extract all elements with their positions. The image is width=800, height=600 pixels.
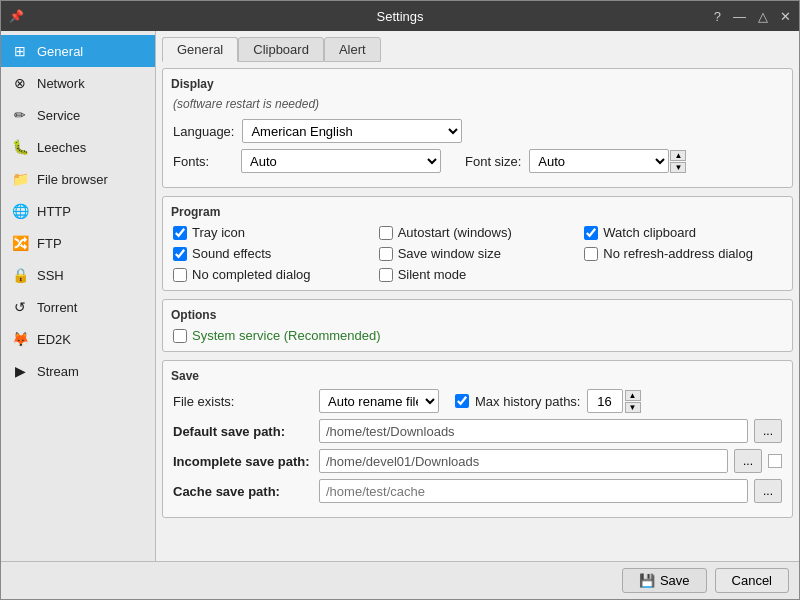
no-refresh-address-label: No refresh-address dialog	[603, 246, 753, 261]
font-size-up[interactable]: ▲	[670, 150, 686, 161]
max-history-label: Max history paths:	[475, 394, 581, 409]
minimize-button[interactable]: —	[733, 9, 746, 24]
no-refresh-address-checkbox[interactable]: No refresh-address dialog	[584, 246, 782, 261]
max-history-down[interactable]: ▼	[625, 402, 641, 413]
titlebar-controls: ? — △ ✕	[714, 9, 791, 24]
fonts-select[interactable]: Auto	[241, 149, 441, 173]
save-window-size-label: Save window size	[398, 246, 501, 261]
main-content: ⊞ General ⊗ Network ✏ Service 🐛 Leeches …	[1, 31, 799, 561]
incomplete-save-browse[interactable]: ...	[734, 449, 762, 473]
incomplete-save-input[interactable]	[319, 449, 728, 473]
http-icon: 🌐	[11, 202, 29, 220]
close-button[interactable]: ✕	[780, 9, 791, 24]
tab-alert[interactable]: Alert	[324, 37, 381, 62]
font-size-down[interactable]: ▼	[670, 162, 686, 173]
torrent-icon: ↺	[11, 298, 29, 316]
language-label: Language:	[173, 124, 234, 139]
sidebar: ⊞ General ⊗ Network ✏ Service 🐛 Leeches …	[1, 31, 156, 561]
sidebar-item-torrent[interactable]: ↺ Torrent	[1, 291, 155, 323]
font-size-label: Font size:	[465, 154, 521, 169]
sidebar-label-file-browser: File browser	[37, 172, 108, 187]
ed2k-icon: 🦊	[11, 330, 29, 348]
file-browser-icon: 📁	[11, 170, 29, 188]
cache-save-label: Cache save path:	[173, 484, 313, 499]
autostart-checkbox[interactable]: Autostart (windows)	[379, 225, 577, 240]
default-save-input[interactable]	[319, 419, 748, 443]
sidebar-item-general[interactable]: ⊞ General	[1, 35, 155, 67]
cache-save-input[interactable]	[319, 479, 748, 503]
maximize-button[interactable]: △	[758, 9, 768, 24]
program-section: Program Tray icon Autostart (windows) Wa…	[162, 196, 793, 291]
max-history-spinbox-btns: ▲ ▼	[625, 390, 641, 413]
pin-icon[interactable]: 📌	[9, 9, 24, 23]
tab-bar: General Clipboard Alert	[162, 37, 793, 62]
sidebar-label-stream: Stream	[37, 364, 79, 379]
save-window-size-checkbox[interactable]: Save window size	[379, 246, 577, 261]
tab-general[interactable]: General	[162, 37, 238, 62]
sound-effects-checkbox[interactable]: Sound effects	[173, 246, 371, 261]
save-section-title: Save	[171, 369, 782, 383]
max-history-up[interactable]: ▲	[625, 390, 641, 401]
service-icon: ✏	[11, 106, 29, 124]
max-history-input[interactable]	[587, 389, 623, 413]
default-save-browse[interactable]: ...	[754, 419, 782, 443]
program-section-title: Program	[171, 205, 782, 219]
save-button[interactable]: 💾 Save	[622, 568, 707, 593]
file-exists-select[interactable]: Auto rename file	[319, 389, 439, 413]
sidebar-label-http: HTTP	[37, 204, 71, 219]
sidebar-item-leeches[interactable]: 🐛 Leeches	[1, 131, 155, 163]
no-completed-dialog-checkbox[interactable]: No completed dialog	[173, 267, 371, 282]
ssh-icon: 🔒	[11, 266, 29, 284]
sidebar-label-ssh: SSH	[37, 268, 64, 283]
sidebar-item-ed2k[interactable]: 🦊 ED2K	[1, 323, 155, 355]
watch-clipboard-checkbox[interactable]: Watch clipboard	[584, 225, 782, 240]
options-section: Options System service (Recommended)	[162, 299, 793, 352]
sound-effects-label: Sound effects	[192, 246, 271, 261]
display-section: Display (software restart is needed) Lan…	[162, 68, 793, 188]
tab-clipboard[interactable]: Clipboard	[238, 37, 324, 62]
no-completed-dialog-label: No completed dialog	[192, 267, 311, 282]
system-service-label: System service (Recommended)	[192, 328, 381, 343]
sidebar-item-stream[interactable]: ▶ Stream	[1, 355, 155, 387]
display-section-note: (software restart is needed)	[173, 97, 782, 111]
sidebar-label-network: Network	[37, 76, 85, 91]
tray-icon-checkbox[interactable]: Tray icon	[173, 225, 371, 240]
font-size-spinbox: ▲ ▼	[670, 150, 686, 173]
silent-mode-checkbox[interactable]: Silent mode	[379, 267, 577, 282]
settings-window: 📌 Settings ? — △ ✕ ⊞ General ⊗ Network ✏…	[0, 0, 800, 600]
stream-icon: ▶	[11, 362, 29, 380]
window-title: Settings	[377, 9, 424, 24]
incomplete-save-checkbox[interactable]	[768, 454, 782, 468]
display-section-title: Display	[171, 77, 782, 91]
sidebar-label-ftp: FTP	[37, 236, 62, 251]
max-history-checkbox[interactable]	[455, 394, 469, 408]
fonts-row: Fonts: Auto Font size: Auto ▲ ▼	[173, 149, 782, 173]
help-button[interactable]: ?	[714, 9, 721, 24]
save-section: Save File exists: Auto rename file Max h…	[162, 360, 793, 518]
sidebar-item-ssh[interactable]: 🔒 SSH	[1, 259, 155, 291]
options-section-title: Options	[171, 308, 782, 322]
incomplete-save-row: Incomplete save path: ...	[173, 449, 782, 473]
titlebar-left: 📌	[9, 9, 24, 23]
ftp-icon: 🔀	[11, 234, 29, 252]
save-icon: 💾	[639, 573, 655, 588]
sidebar-item-http[interactable]: 🌐 HTTP	[1, 195, 155, 227]
fonts-label: Fonts:	[173, 154, 233, 169]
font-size-select[interactable]: Auto	[529, 149, 669, 173]
cache-save-browse[interactable]: ...	[754, 479, 782, 503]
sidebar-item-ftp[interactable]: 🔀 FTP	[1, 227, 155, 259]
language-select[interactable]: American English	[242, 119, 462, 143]
cancel-button[interactable]: Cancel	[715, 568, 789, 593]
titlebar: 📌 Settings ? — △ ✕	[1, 1, 799, 31]
sidebar-item-network[interactable]: ⊗ Network	[1, 67, 155, 99]
save-label: Save	[660, 573, 690, 588]
default-save-row: Default save path: ...	[173, 419, 782, 443]
max-history-spinbox: ▲ ▼	[587, 389, 641, 413]
language-row: Language: American English	[173, 119, 782, 143]
tray-icon-label: Tray icon	[192, 225, 245, 240]
system-service-checkbox[interactable]: System service (Recommended)	[173, 328, 782, 343]
sidebar-label-service: Service	[37, 108, 80, 123]
sidebar-item-file-browser[interactable]: 📁 File browser	[1, 163, 155, 195]
sidebar-label-ed2k: ED2K	[37, 332, 71, 347]
sidebar-item-service[interactable]: ✏ Service	[1, 99, 155, 131]
